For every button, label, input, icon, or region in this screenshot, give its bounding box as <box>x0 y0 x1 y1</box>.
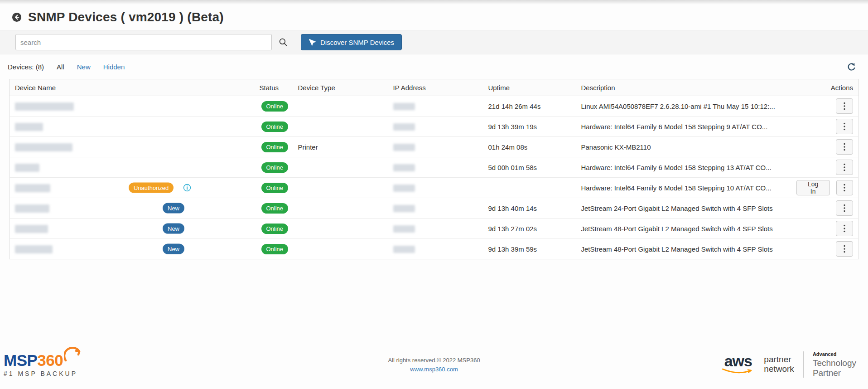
devices-count-label: Devices: (8) <box>8 63 44 71</box>
ip-address-cell <box>388 178 483 198</box>
uptime-cell: 9d 13h 27m 02s <box>483 219 576 239</box>
col-actions: Actions <box>791 79 859 96</box>
device-row: Online5d 00h 01m 58sHardware: Intel64 Fa… <box>10 157 859 178</box>
aws-advanced-label: Advanced <box>813 351 856 357</box>
device-type-cell <box>293 178 388 198</box>
info-icon[interactable] <box>183 184 191 192</box>
row-menu-button[interactable] <box>836 98 853 114</box>
redacted-ip-address <box>393 103 415 110</box>
log-in-button[interactable]: Log In <box>796 180 830 195</box>
redacted-ip-address <box>393 123 415 131</box>
device-row: NewOnline9d 13h 40m 14sJetStream 24-Port… <box>10 198 859 219</box>
status-cell: Online <box>254 157 293 178</box>
back-icon[interactable] <box>12 12 22 22</box>
msp360-tagline: #1 MSP BACKUP <box>4 370 77 377</box>
actions-group <box>796 98 854 114</box>
row-menu-button[interactable] <box>836 160 853 175</box>
row-menu-button[interactable] <box>836 180 853 195</box>
redacted-device-name <box>15 143 72 151</box>
redacted-device-name <box>15 164 39 172</box>
row-menu-button[interactable] <box>836 241 853 257</box>
redacted-device-name <box>15 204 49 213</box>
uptime-cell: 21d 14h 26m 44s <box>483 96 576 117</box>
row-menu-button[interactable] <box>836 139 853 155</box>
filter-tab-new[interactable]: New <box>77 63 91 71</box>
filter-bar: Devices: (8) All New Hidden <box>8 62 856 72</box>
unauthorized-badge: Unauthorized <box>129 183 174 193</box>
actions-group <box>796 200 854 216</box>
online-status-badge: Online <box>261 142 289 152</box>
page-title: SNMP Devices ( vm2019 ) (Beta) <box>28 10 224 24</box>
status-cell: Online <box>254 117 293 137</box>
redacted-device-name <box>15 102 74 111</box>
device-name-cell: New <box>10 219 254 239</box>
uptime-cell: 9d 13h 40m 14s <box>483 198 576 219</box>
aws-smile-swoosh <box>721 368 755 375</box>
refresh-icon[interactable] <box>846 62 856 72</box>
actions-cell <box>791 239 859 259</box>
status-cell: Online <box>254 96 293 117</box>
discover-snmp-devices-button[interactable]: Discover SNMP Devices <box>301 34 402 50</box>
row-menu-button[interactable] <box>836 221 853 236</box>
device-name-cell: Unauthorized <box>10 178 254 198</box>
new-badge: New <box>163 244 184 254</box>
status-cell: Online <box>254 219 293 239</box>
device-type-cell <box>293 96 388 117</box>
actions-cell <box>791 96 859 117</box>
status-cell: Online <box>254 239 293 259</box>
redacted-ip-address <box>393 205 415 212</box>
send-icon <box>309 39 316 46</box>
actions-cell <box>791 198 859 219</box>
search-icon[interactable] <box>277 36 289 48</box>
new-badge: New <box>163 224 184 234</box>
device-name-cell: New <box>10 239 254 259</box>
aws-partner-line2: network <box>764 365 794 374</box>
redacted-ip-address <box>393 164 415 171</box>
col-status: Status <box>254 79 293 96</box>
actions-group: Log In <box>796 180 854 195</box>
description-cell: Linux AMI54A050878EF7 2.6.28.10-ami #1 T… <box>576 96 791 117</box>
actions-group <box>796 221 854 236</box>
redacted-ip-address <box>393 185 415 192</box>
device-type-cell: Printer <box>293 137 388 157</box>
device-table-body: Online21d 14h 26m 44sLinux AMI54A050878E… <box>10 96 859 259</box>
uptime-cell <box>483 178 576 198</box>
online-status-badge: Online <box>261 224 289 234</box>
status-cell: Online <box>254 178 293 198</box>
actions-cell <box>791 137 859 157</box>
col-device-type: Device Type <box>293 79 388 96</box>
device-name-cell <box>10 117 254 137</box>
online-status-badge: Online <box>261 162 289 173</box>
status-cell: Online <box>254 137 293 157</box>
description-cell: JetStream 24-Port Gigabit L2 Managed Swi… <box>576 198 791 219</box>
msp360-logo-msp: MSP <box>4 351 37 369</box>
online-status-badge: Online <box>261 203 289 214</box>
actions-cell <box>791 157 859 178</box>
search-input[interactable] <box>15 34 272 50</box>
filter-tab-hidden[interactable]: Hidden <box>103 63 125 71</box>
redacted-device-name <box>15 184 50 192</box>
msp360-logo-360: 360 <box>37 351 63 369</box>
msp360-website-link[interactable]: www.msp360.com <box>410 366 458 373</box>
device-row: OnlinePrinter01h 24m 08sPanasonic KX-MB2… <box>10 137 859 157</box>
uptime-cell: 5d 00h 01m 58s <box>483 157 576 178</box>
device-name-cell <box>10 96 254 117</box>
actions-group <box>796 160 854 175</box>
uptime-cell: 9d 13h 39m 59s <box>483 239 576 259</box>
actions-cell <box>791 117 859 137</box>
actions-cell: Log In <box>791 178 859 198</box>
aws-partner-line1: partner <box>764 355 794 365</box>
filter-tab-all[interactable]: All <box>57 63 64 71</box>
online-status-badge: Online <box>261 101 289 112</box>
description-cell: Hardware: Intel64 Family 6 Model 158 Ste… <box>576 157 791 178</box>
device-type-cell <box>293 198 388 219</box>
page-header: SNMP Devices ( vm2019 ) (Beta) <box>0 5 868 24</box>
uptime-cell: 9d 13h 39m 19s <box>483 117 576 137</box>
row-menu-button[interactable] <box>836 119 853 134</box>
ip-address-cell <box>388 157 483 178</box>
description-cell: JetStream 48-Port Gigabit L2 Managed Swi… <box>576 219 791 239</box>
description-cell: Panasonic KX-MB2110 <box>576 137 791 157</box>
ip-address-cell <box>388 239 483 259</box>
device-type-cell <box>293 219 388 239</box>
row-menu-button[interactable] <box>836 200 853 216</box>
